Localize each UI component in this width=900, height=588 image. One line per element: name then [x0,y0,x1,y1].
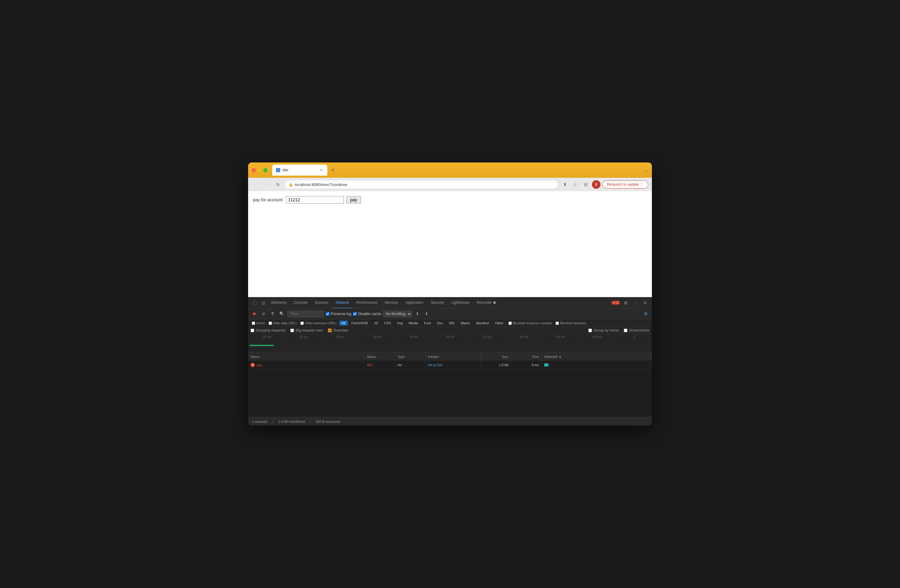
tick-60ms: 60 ms [431,335,469,339]
td-row-waterfall [542,361,652,369]
tab-console[interactable]: Console [290,297,311,309]
maximize-window-button[interactable] [264,168,267,172]
tab-lighthouse[interactable]: Lighthouse [448,297,473,309]
tab-sources[interactable]: Sources [311,297,332,309]
throttle-select[interactable]: No throttling Fast 3G Slow 3G Offline [383,310,412,317]
tab-application[interactable]: Application [402,297,427,309]
clear-button[interactable]: ⊘ [260,310,267,318]
expand-icon[interactable]: ⌄ [644,168,648,173]
group-by-frame-checkbox[interactable]: Group by frame [588,328,619,332]
tab-security[interactable]: Security [427,297,448,309]
filter-img[interactable]: Img [395,321,405,326]
account-input[interactable] [286,196,344,203]
new-tab-button[interactable]: + [329,166,337,174]
export-button[interactable]: ⬇ [423,310,430,318]
filter-js[interactable]: JS [372,321,380,326]
tab-elements[interactable]: Elements [268,297,290,309]
record-button[interactable]: ⏺ [251,310,258,318]
devtools-more-button[interactable]: ⋮ [631,299,640,307]
overview-checkbox[interactable]: Overview [328,328,348,332]
error-count-badge: 2 [611,301,620,305]
th-waterfall[interactable]: Waterfall ▲ [542,352,652,361]
timeline-green-bar [249,345,274,346]
user-avatar[interactable]: Y [592,180,601,189]
lock-icon: 🔒 [289,183,293,187]
filter-other[interactable]: Other [492,321,506,326]
th-type[interactable]: Type [395,352,425,361]
reader-button[interactable]: ⊟ [582,180,590,189]
filter-fetch-xhr[interactable]: Fetch/XHR [349,321,371,326]
filter-font[interactable]: Font [422,321,433,326]
tab-performance[interactable]: Performance [353,297,381,309]
search-button[interactable]: 🔍 [278,310,286,318]
th-status[interactable]: Status [364,352,395,361]
requests-count: 1 requests [252,420,267,424]
filter-all[interactable]: All [339,321,348,326]
minimize-window-button[interactable] [258,168,262,172]
filter-manifest[interactable]: Manifest [473,321,491,326]
browser-tab[interactable]: title ✕ [272,164,327,175]
address-text: localhost:8080/mvc/?continue [295,182,554,187]
th-name[interactable]: Name [248,352,364,361]
tick-end: 1 [615,335,652,339]
th-initiator[interactable]: Initiator [425,352,481,361]
back-button[interactable]: ← [252,180,260,189]
filter-css[interactable]: CSS [382,321,393,326]
resources-size: 650 B resources [316,420,340,424]
bookmark-button[interactable]: ☆ [571,180,580,189]
devtools-settings-button[interactable]: ⚙ [621,299,630,307]
tab-close-button[interactable]: ✕ [319,168,324,172]
td-row-initiator[interactable]: xhr.js:244 [425,361,481,369]
tab-bar: title ✕ + [272,164,642,175]
tick-90ms: 90 ms [542,335,579,339]
nav-right-controls: ⬆ ☆ ⊟ Y Relaunch to update ⋮ [561,180,648,189]
import-button[interactable]: ⬆ [414,310,421,318]
third-party-checkbox[interactable]: 3rd-party requests [251,328,286,332]
th-time[interactable]: Time [511,352,542,361]
tab-memory[interactable]: Memory [381,297,402,309]
td-row-name: ✕ pay [248,361,364,369]
td-row-type: xhr [395,361,425,369]
filter-media[interactable]: Media [406,321,421,326]
td-row-time: 6 ms [511,361,542,369]
address-bar[interactable]: 🔒 localhost:8080/mvc/?continue [285,180,558,189]
devtools-panel: ⬚ ⊡ Elements Console Sources Network Per… [248,297,652,425]
timeline[interactable]: 10 ms 20 ms 30 ms 40 ms 50 ms 60 ms 70 m… [248,334,652,352]
disable-cache-checkbox[interactable]: Disable cache [353,312,381,316]
relaunch-button[interactable]: Relaunch to update ⋮ [602,180,648,188]
wf-blue-bar [547,363,548,366]
network-settings-button[interactable]: ⚙ [642,310,649,318]
devtools-close-button[interactable]: ✕ [641,299,649,307]
filter-ws[interactable]: WS [447,321,457,326]
invert-checkbox[interactable]: Invert [251,321,266,326]
tab-favicon [276,168,280,172]
hide-data-urls-checkbox[interactable]: Hide data URLs [267,321,298,326]
th-size[interactable]: Size [481,352,511,361]
tab-network[interactable]: Network [332,297,353,309]
blocked-response-checkbox[interactable]: Blocked response cookies [507,321,553,326]
waterfall-bar [544,363,548,366]
filter-button[interactable]: ⚗ [269,310,276,318]
pay-button[interactable]: pay [346,196,361,203]
table-body: ✕ pay 403 xhr xhr.js:244 1.0 kB 6 ms [248,361,652,417]
tick-70ms: 70 ms [469,335,505,339]
timeline-ticks: 10 ms 20 ms 30 ms 40 ms 50 ms 60 ms 70 m… [248,334,652,340]
preserve-log-checkbox[interactable]: Preserve log [326,312,351,316]
browser-window: title ✕ + ⌄ ← → ↻ 🔒 localhost:8080/mvc/?… [248,163,652,425]
screenshots-checkbox[interactable]: Screenshots [624,328,649,332]
filter-doc[interactable]: Doc [434,321,445,326]
refresh-button[interactable]: ↻ [274,180,282,189]
filter-input[interactable] [287,310,324,317]
forward-button[interactable]: → [263,180,272,189]
inspect-element-button[interactable]: ⬚ [251,299,259,307]
close-window-button[interactable] [252,168,256,172]
hide-ext-urls-checkbox[interactable]: Hide extension URLs [299,321,338,326]
tab-recorder[interactable]: Recorder ⏺ [473,297,500,309]
blocked-requests-checkbox[interactable]: Blocked requests [554,321,587,326]
share-button[interactable]: ⬆ [561,180,569,189]
table-row[interactable]: ✕ pay 403 xhr xhr.js:244 1.0 kB 6 ms [248,361,652,369]
big-request-rows-checkbox[interactable]: Big request rows [290,328,323,332]
device-toggle-button[interactable]: ⊡ [259,299,268,307]
filter-wasm[interactable]: Wasm [458,321,473,326]
tick-30ms: 30 ms [321,335,358,339]
